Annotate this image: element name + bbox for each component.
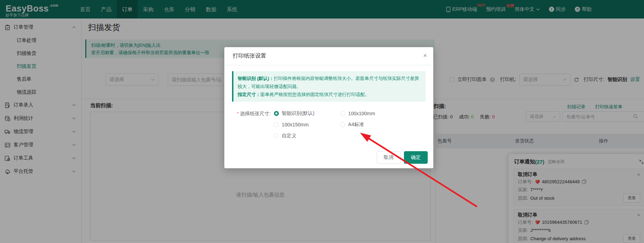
radio-label: 智能识别(默认) — [282, 110, 314, 117]
radio-icon — [274, 122, 279, 127]
radio-label: 100x150mm — [282, 122, 309, 127]
radio-icon — [340, 122, 345, 127]
radio-100x100[interactable]: 100x100mm — [340, 110, 410, 117]
paper-size-notice: 智能识别 (默认)：打印插件将根据内容智能调整纸张大小。若面单尺寸与纸张实际尺寸… — [232, 71, 426, 102]
modal-title: 打印纸张设置 — [233, 52, 266, 60]
radio-label: 100x100mm — [348, 111, 375, 116]
radio-custom[interactable]: 自定义 — [274, 133, 340, 139]
notice-bold-2: 指定尺寸： — [238, 92, 260, 97]
paper-size-field-label: *选择纸张尺寸: — [237, 111, 270, 139]
paper-size-options: 智能识别(默认) 100x100mm 100x150mm A4标准 自定义 — [274, 110, 410, 139]
notice-text-2: 面单将严格按照您选择的固定纸张尺寸进行打印适配。 — [260, 92, 369, 97]
radio-icon — [274, 111, 279, 116]
modal-body: 智能识别 (默认)：打印插件将根据内容智能调整纸张大小。若面单尺寸与纸张实际尺寸… — [224, 65, 433, 139]
radio-100x150[interactable]: 100x150mm — [274, 122, 340, 128]
print-paper-settings-modal: 打印纸张设置 × 智能识别 (默认)：打印插件将根据内容智能调整纸张大小。若面单… — [224, 47, 433, 168]
radio-label: 自定义 — [282, 133, 296, 139]
radio-icon — [274, 133, 279, 138]
modal-header: 打印纸张设置 — [224, 47, 433, 65]
radio-label: A4标准 — [348, 122, 364, 128]
radio-smart-detect[interactable]: 智能识别(默认) — [274, 110, 340, 117]
field-label-text: 选择纸张尺寸: — [240, 111, 270, 116]
cancel-button[interactable]: 取消 — [377, 151, 400, 164]
close-icon[interactable]: × — [423, 52, 427, 59]
paper-size-form: *选择纸张尺寸: 智能识别(默认) 100x100mm 100x150mm A4… — [232, 110, 426, 139]
notice-bold-1: 智能识别 (默认)： — [238, 76, 274, 81]
radio-a4[interactable]: A4标准 — [340, 122, 410, 128]
modal-footer: 取消 确定 — [377, 151, 428, 164]
required-mark: * — [237, 111, 239, 116]
radio-icon — [340, 111, 345, 116]
confirm-button[interactable]: 确定 — [404, 151, 428, 164]
